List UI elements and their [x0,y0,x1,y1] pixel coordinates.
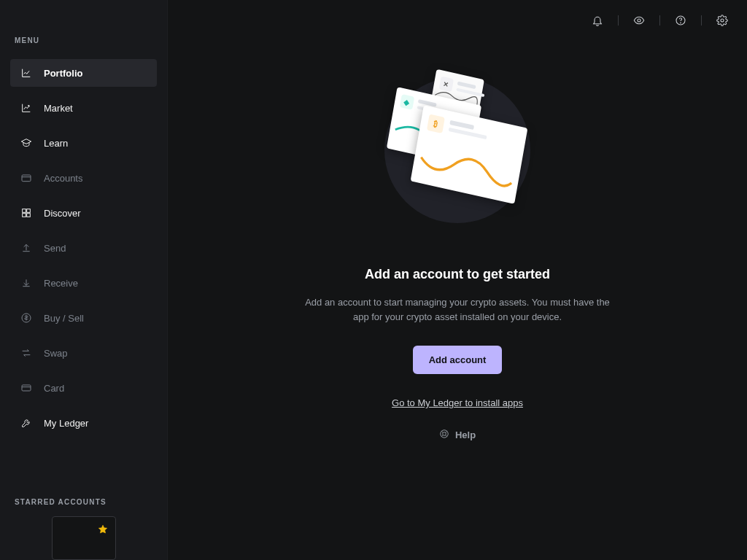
sidebar-item-label: Buy / Sell [44,313,84,324]
grid-icon [20,207,32,219]
sidebar-item-learn[interactable]: Learn [10,129,157,157]
empty-state: ✕ ◆ ₿ Add an account to get started Add … [168,41,747,560]
sidebar-item-buysell[interactable]: Buy / Sell [10,304,157,332]
starred-accounts-empty-box [52,516,116,560]
life-buoy-icon [439,429,449,441]
topbar-divider [701,15,702,26]
help-circle-icon[interactable] [675,15,686,26]
sidebar-item-myledger[interactable]: My Ledger [10,409,157,437]
sidebar-item-portfolio[interactable]: Portfolio [10,59,157,87]
topbar-divider [659,15,660,26]
sidebar-menu-header: MENU [0,36,167,59]
sidebar-item-swap[interactable]: Swap [10,339,157,367]
sidebar-item-card[interactable]: Card [10,374,157,402]
sidebar: MENU PortfolioMarketLearnAccountsDiscove… [0,0,168,560]
portfolio-illustration: ✕ ◆ ₿ [377,67,538,235]
sidebar-item-receive[interactable]: Receive [10,269,157,297]
sidebar-item-label: Send [44,243,66,254]
empty-state-title: Add an account to get started [365,267,550,282]
sidebar-item-label: My Ledger [44,418,88,429]
sidebar-item-label: Learn [44,138,68,149]
sidebar-item-accounts[interactable]: Accounts [10,164,157,192]
install-apps-link[interactable]: Go to My Ledger to install apps [392,397,523,408]
wallet-icon [20,172,32,184]
help-link[interactable]: Help [439,429,476,441]
bell-icon[interactable] [592,15,603,26]
sidebar-item-discover[interactable]: Discover [10,199,157,227]
sidebar-item-label: Accounts [44,173,82,184]
chart-line-icon [20,67,32,79]
graduation-icon [20,137,32,149]
sidebar-item-send[interactable]: Send [10,234,157,262]
help-link-label: Help [455,429,476,440]
sidebar-menu: PortfolioMarketLearnAccountsDiscoverSend… [0,59,167,444]
dollar-icon [20,312,32,324]
tools-icon [20,417,32,429]
add-account-button[interactable]: Add account [413,346,503,374]
card-icon [20,382,32,394]
eye-icon[interactable] [633,15,645,26]
sidebar-starred-header: STARRED ACCOUNTS [0,454,167,516]
chart-up-icon [20,102,32,114]
empty-state-subtitle: Add an account to start managing your cr… [301,295,614,324]
upload-icon [20,242,32,254]
sidebar-item-market[interactable]: Market [10,94,157,122]
svg-point-0 [638,19,640,22]
sidebar-item-label: Portfolio [44,68,82,79]
sidebar-item-label: Swap [44,348,68,359]
sidebar-item-label: Card [44,383,64,394]
download-icon [20,277,32,289]
topbar [168,0,747,41]
star-icon [98,524,108,537]
svg-point-3 [721,19,724,22]
svg-point-2 [681,23,681,23]
sidebar-item-label: Receive [44,278,78,289]
swap-icon [20,347,32,359]
topbar-divider [618,15,619,26]
app-root: MENU PortfolioMarketLearnAccountsDiscove… [0,0,747,560]
settings-icon[interactable] [716,15,728,26]
sidebar-item-label: Discover [44,208,81,219]
svg-point-5 [443,432,446,436]
sidebar-item-label: Market [44,103,73,114]
main: ✕ ◆ ₿ Add an account to get started Add … [168,0,747,560]
